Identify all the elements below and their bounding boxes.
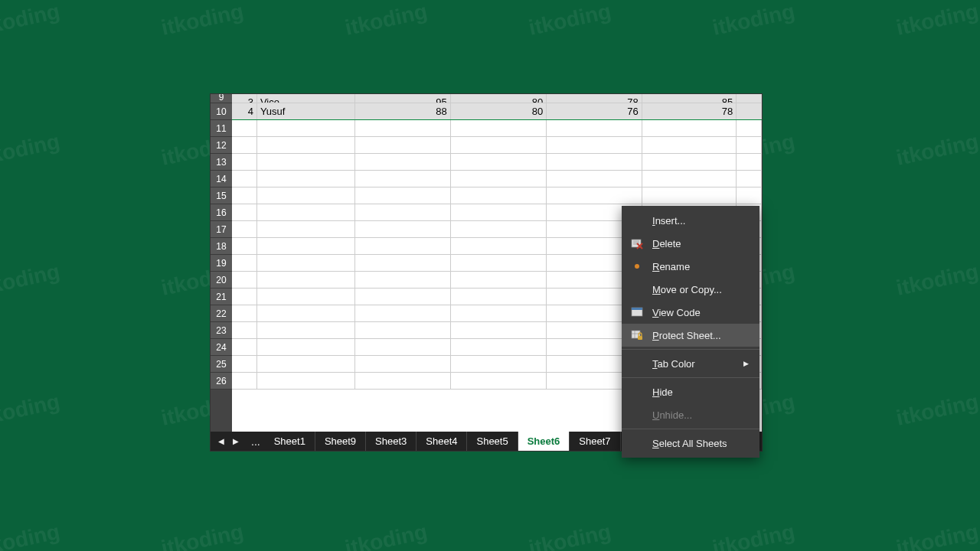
row-header[interactable]: 9 bbox=[211, 94, 232, 103]
cell[interactable] bbox=[257, 204, 355, 220]
cell[interactable] bbox=[232, 322, 257, 338]
cell[interactable] bbox=[355, 322, 450, 338]
cell[interactable] bbox=[257, 272, 355, 288]
cell[interactable] bbox=[451, 187, 547, 204]
cell[interactable] bbox=[451, 373, 547, 389]
cell[interactable] bbox=[737, 137, 762, 153]
cell[interactable] bbox=[451, 120, 547, 136]
cell[interactable]: 78 bbox=[642, 103, 737, 119]
row-header[interactable]: 14 bbox=[211, 171, 232, 187]
cell[interactable]: 95 bbox=[355, 94, 450, 103]
cell[interactable] bbox=[737, 154, 762, 170]
row-header[interactable]: 21 bbox=[211, 289, 232, 305]
row-header[interactable]: 22 bbox=[211, 305, 232, 322]
cell[interactable] bbox=[451, 356, 547, 372]
cell[interactable] bbox=[232, 187, 257, 204]
cell[interactable] bbox=[355, 221, 450, 237]
menu-insert[interactable]: Insert... bbox=[622, 209, 760, 232]
row-header[interactable]: 25 bbox=[211, 356, 232, 373]
cell[interactable]: 88 bbox=[355, 103, 450, 119]
cell[interactable] bbox=[355, 339, 450, 355]
table-row[interactable] bbox=[232, 120, 762, 137]
cell[interactable] bbox=[257, 154, 355, 170]
cell[interactable] bbox=[232, 255, 257, 271]
cell[interactable] bbox=[451, 305, 547, 321]
sheet-tab[interactable]: Sheet6 bbox=[518, 432, 570, 451]
cell[interactable] bbox=[257, 305, 355, 321]
table-row[interactable] bbox=[232, 137, 762, 154]
row-header[interactable]: 12 bbox=[211, 137, 232, 154]
cell[interactable] bbox=[642, 171, 737, 187]
cell[interactable] bbox=[355, 137, 450, 153]
cell[interactable] bbox=[232, 356, 257, 372]
table-row[interactable]: 4Yusuf88807678 bbox=[232, 103, 762, 120]
row-header[interactable]: 13 bbox=[211, 154, 232, 171]
cell[interactable] bbox=[737, 94, 762, 103]
sheet-tab[interactable]: Sheet4 bbox=[416, 432, 467, 451]
cell[interactable] bbox=[642, 120, 737, 136]
cell[interactable] bbox=[232, 120, 257, 136]
row-header[interactable]: 23 bbox=[211, 322, 232, 339]
cell[interactable] bbox=[232, 373, 257, 389]
cell[interactable] bbox=[232, 238, 257, 254]
cell[interactable] bbox=[257, 322, 355, 338]
cell[interactable] bbox=[451, 204, 547, 220]
menu-protect-sheet[interactable]: Protect Sheet... bbox=[622, 324, 760, 347]
cell[interactable] bbox=[232, 137, 257, 153]
row-header[interactable]: 26 bbox=[211, 373, 232, 390]
cell[interactable] bbox=[355, 373, 450, 389]
cell[interactable] bbox=[355, 154, 450, 170]
sheet-tab[interactable]: Sheet7 bbox=[570, 432, 620, 451]
menu-delete[interactable]: Delete bbox=[622, 232, 760, 255]
cell[interactable] bbox=[257, 289, 355, 305]
cell[interactable] bbox=[355, 305, 450, 321]
cell[interactable] bbox=[547, 154, 642, 170]
cell[interactable] bbox=[355, 171, 450, 187]
cell[interactable] bbox=[355, 187, 450, 204]
tab-overflow-indicator[interactable]: ... bbox=[247, 438, 265, 445]
cell[interactable] bbox=[232, 272, 257, 288]
cell[interactable]: 4 bbox=[232, 103, 257, 119]
cell[interactable] bbox=[451, 137, 547, 153]
cell[interactable] bbox=[451, 255, 547, 271]
cell[interactable] bbox=[232, 221, 257, 237]
cell[interactable] bbox=[355, 356, 450, 372]
sheet-tab[interactable]: Sheet9 bbox=[315, 432, 366, 451]
cell[interactable] bbox=[451, 289, 547, 305]
sheet-tab[interactable]: Sheet5 bbox=[467, 432, 518, 451]
table-row[interactable]: 3Vico95807885 bbox=[232, 94, 762, 103]
menu-tab-color[interactable]: Tab Color▶ bbox=[622, 352, 760, 375]
tab-next-button[interactable]: ▶ bbox=[230, 435, 242, 448]
menu-rename[interactable]: Rename bbox=[622, 255, 760, 278]
cell[interactable] bbox=[355, 289, 450, 305]
cell[interactable]: 85 bbox=[642, 94, 737, 103]
cell[interactable] bbox=[257, 137, 355, 153]
cell[interactable]: Vico bbox=[257, 94, 355, 103]
cell[interactable] bbox=[451, 272, 547, 288]
cell[interactable] bbox=[355, 238, 450, 254]
cell[interactable] bbox=[232, 289, 257, 305]
row-header[interactable]: 24 bbox=[211, 339, 232, 356]
row-header[interactable]: 17 bbox=[211, 221, 232, 238]
cell[interactable] bbox=[232, 154, 257, 170]
cell[interactable] bbox=[257, 339, 355, 355]
cell[interactable] bbox=[257, 120, 355, 136]
cell[interactable] bbox=[737, 171, 762, 187]
cell[interactable] bbox=[232, 204, 257, 220]
menu-view-code[interactable]: View Code bbox=[622, 301, 760, 324]
cell[interactable] bbox=[257, 187, 355, 204]
cell[interactable] bbox=[737, 103, 762, 119]
cell[interactable] bbox=[355, 120, 450, 136]
cell[interactable] bbox=[451, 339, 547, 355]
cell[interactable] bbox=[257, 238, 355, 254]
cell[interactable] bbox=[451, 154, 547, 170]
cell[interactable]: 76 bbox=[547, 103, 642, 119]
cell[interactable] bbox=[451, 221, 547, 237]
cell[interactable] bbox=[257, 171, 355, 187]
row-header[interactable]: 10 bbox=[211, 103, 232, 120]
cell[interactable]: 80 bbox=[451, 103, 547, 119]
cell[interactable] bbox=[257, 356, 355, 372]
cell[interactable] bbox=[642, 154, 737, 170]
cell[interactable] bbox=[355, 272, 450, 288]
cell[interactable] bbox=[355, 204, 450, 220]
